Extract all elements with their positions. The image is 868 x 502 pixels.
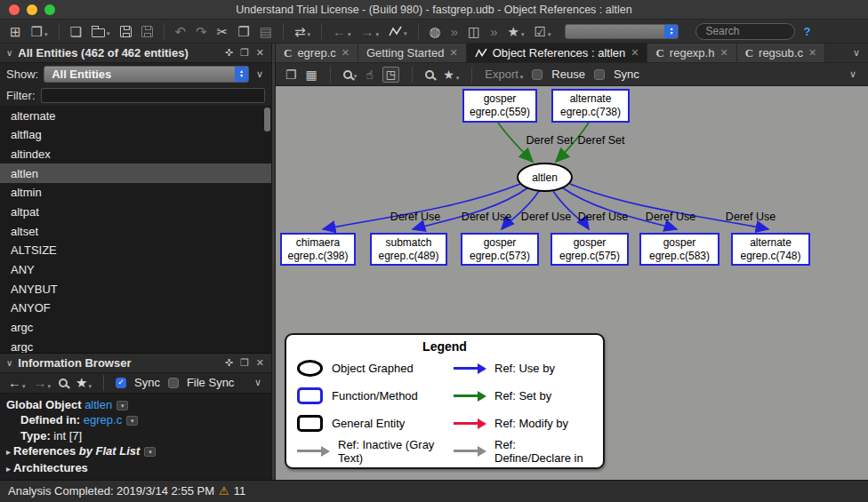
open-file-button[interactable]: ▾ xyxy=(89,24,113,38)
dropdown-box-icon[interactable]: ▾ xyxy=(126,416,138,426)
paste-button[interactable]: ▤ xyxy=(257,24,275,39)
dropdown-box-icon[interactable]: ▾ xyxy=(144,447,156,457)
reuse-checkbox[interactable] xyxy=(532,69,542,80)
tab-object-references[interactable]: Object References : altlen ✕ xyxy=(467,44,648,62)
graph-node[interactable]: gosper egrep.c(573) xyxy=(461,233,539,266)
collapse-chevron-icon[interactable]: ∨ xyxy=(6,358,12,368)
tab-regexp-h[interactable]: C regexp.h ✕ xyxy=(647,44,736,62)
show-dropdown[interactable]: All Entities ▴▾ xyxy=(44,66,249,83)
defined-in-link[interactable]: egrep.c xyxy=(84,413,122,426)
graph-zoom-button[interactable]: ▾ xyxy=(343,70,358,79)
pin-icon[interactable]: ✜ xyxy=(224,47,234,59)
references-row[interactable]: ▸References by Flat List▾ xyxy=(6,443,265,460)
tab-close-icon[interactable]: ✕ xyxy=(719,47,727,59)
expand-triangle-icon[interactable]: ▸ xyxy=(6,447,11,457)
close-panel-icon[interactable]: ✕ xyxy=(255,357,265,369)
graph-favorites-button[interactable]: ★▾ xyxy=(443,68,459,81)
architectures-row[interactable]: ▸Architectures xyxy=(6,460,265,477)
ib-back-button[interactable]: ←▾ xyxy=(8,376,26,389)
graph-canvas[interactable]: Deref Set Deref Set Deref Use Deref Use … xyxy=(276,85,868,480)
cut-button[interactable]: ✂ xyxy=(214,24,231,39)
global-object-link[interactable]: altlen xyxy=(84,398,112,411)
expand-left-button[interactable]: » xyxy=(448,24,461,39)
close-window-button[interactable] xyxy=(9,4,20,15)
graph-pan-button[interactable]: ☝ xyxy=(366,68,374,81)
graph-node[interactable]: submatch egrep.c(489) xyxy=(370,233,447,266)
save-button[interactable] xyxy=(117,25,134,38)
entity-list-item[interactable]: argc xyxy=(0,318,271,338)
graph-print-button[interactable]: ▦ xyxy=(306,68,317,81)
graph-menu-chevron-icon[interactable]: ∨ xyxy=(848,68,858,80)
tab-egrep-c[interactable]: C egrep.c ✕ xyxy=(276,44,358,62)
graph-node[interactable]: gosper egrep.c(575) xyxy=(551,233,629,266)
tasks-button[interactable]: ☑▾ xyxy=(531,24,553,39)
architecture-combobox[interactable]: ▴▾ xyxy=(565,24,679,39)
graph-node[interactable]: gosper egrep.c(583) xyxy=(639,233,719,266)
expand-right-button[interactable]: » xyxy=(487,24,500,39)
graph-target-node[interactable]: altlen xyxy=(517,163,573,192)
entity-list-item[interactable]: ANY xyxy=(0,260,271,280)
file-sync-checkbox[interactable] xyxy=(168,378,179,388)
dropdown-stepper[interactable]: ▴▾ xyxy=(235,67,248,82)
close-panel-icon[interactable]: ✕ xyxy=(255,47,265,59)
entity-list-item[interactable]: alternate xyxy=(0,106,271,125)
expand-triangle-icon[interactable]: ▸ xyxy=(6,464,11,474)
tab-getting-started[interactable]: Getting Started ✕ xyxy=(358,44,467,62)
save-all-button[interactable] xyxy=(139,25,156,38)
copy-button[interactable]: ❐ xyxy=(235,24,252,39)
scrollbar-thumb[interactable] xyxy=(264,108,270,131)
redo-button[interactable]: ↷ xyxy=(193,24,210,39)
zoom-window-button[interactable] xyxy=(44,4,55,15)
graph-node[interactable]: alternate egrep.c(738) xyxy=(551,89,630,123)
switch-file-button[interactable]: ⇄▾ xyxy=(292,24,313,39)
dropdown-box-icon[interactable]: ▾ xyxy=(117,401,128,410)
new-file-button[interactable]: ❏ xyxy=(68,24,84,39)
favorites-button[interactable]: ★▾ xyxy=(505,24,527,39)
graph-node[interactable]: alternate egrep.c(748) xyxy=(731,233,810,266)
panel-menu-chevron-icon[interactable]: ∨ xyxy=(254,68,265,80)
graphs-button[interactable]: ▾ xyxy=(386,25,410,38)
entity-list-item-selected[interactable]: altlen xyxy=(0,163,271,183)
pin-icon[interactable]: ✜ xyxy=(224,357,234,369)
tab-close-icon[interactable]: ✕ xyxy=(631,47,639,59)
entity-list-item[interactable]: altpat xyxy=(0,203,271,222)
help-link[interactable]: ? xyxy=(803,25,810,38)
graph-copy-button[interactable]: ❐ xyxy=(285,68,297,81)
tab-regsub-c[interactable]: C regsub.c ✕ xyxy=(737,44,825,62)
tab-list-chevron-icon[interactable]: ∨ xyxy=(845,44,868,62)
export-button[interactable]: Export▾ xyxy=(485,68,523,80)
ib-favorites-button[interactable]: ★▾ xyxy=(76,376,92,389)
new-project-button[interactable]: ⊞ xyxy=(7,24,24,39)
entity-list-item[interactable]: argc xyxy=(0,337,271,354)
entity-list-item[interactable]: altset xyxy=(0,221,271,241)
graph-node[interactable]: gosper egrep.c(559) xyxy=(462,89,537,123)
search-icon[interactable] xyxy=(59,378,68,387)
graph-zoom-region-button[interactable] xyxy=(425,70,434,79)
minimize-window-button[interactable] xyxy=(27,4,37,15)
layout-columns-button[interactable]: ◫ xyxy=(465,24,483,39)
tab-close-icon[interactable]: ✕ xyxy=(808,47,816,59)
entity-list-item[interactable]: ALTSIZE xyxy=(0,241,271,260)
float-panel-icon[interactable]: ❐ xyxy=(239,47,250,59)
collapse-chevron-icon[interactable]: ∨ xyxy=(6,48,12,58)
entity-list-item[interactable]: ANYBUT xyxy=(0,279,271,299)
combobox-stepper[interactable]: ▴▾ xyxy=(664,25,678,38)
graph-select-mode-button[interactable]: ◳ xyxy=(382,67,399,83)
ib-menu-chevron-icon[interactable]: ∨ xyxy=(253,377,263,388)
ib-forward-button[interactable]: →▾ xyxy=(34,376,52,389)
undo-button[interactable]: ↶ xyxy=(173,24,189,39)
graph-node[interactable]: chimaera egrep.c(398) xyxy=(280,233,356,266)
tab-close-icon[interactable]: ✕ xyxy=(449,47,457,59)
float-panel-icon[interactable]: ❐ xyxy=(239,357,250,369)
entity-list-item[interactable]: altindex xyxy=(0,145,271,164)
entity-list-item[interactable]: ANYOF xyxy=(0,299,271,318)
open-project-button[interactable]: ❒▾ xyxy=(28,24,51,39)
tab-close-icon[interactable]: ✕ xyxy=(342,47,350,59)
filter-input[interactable] xyxy=(41,88,266,103)
browse-web-button[interactable]: ◍ xyxy=(427,24,444,39)
navigate-forward-button[interactable]: →▾ xyxy=(358,24,382,39)
search-input[interactable] xyxy=(695,23,795,40)
entity-list-item[interactable]: altmin xyxy=(0,183,271,203)
navigate-back-button[interactable]: ←▾ xyxy=(330,24,354,39)
graph-sync-checkbox[interactable] xyxy=(594,69,605,80)
